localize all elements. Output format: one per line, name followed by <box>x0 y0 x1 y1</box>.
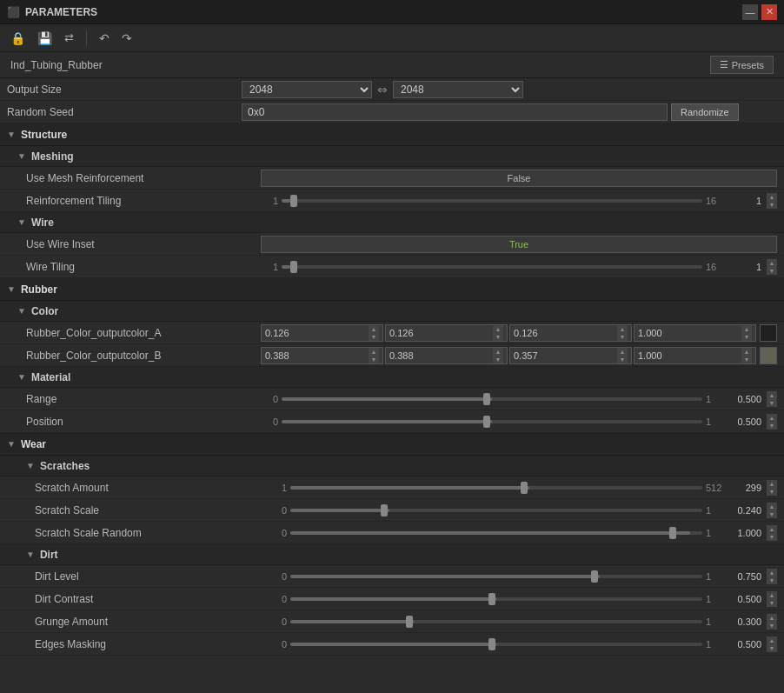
output-size-select-2[interactable]: 2048 4096 1024 512 <box>393 81 523 98</box>
scratch-scale-down[interactable]: ▼ <box>767 510 777 518</box>
grunge-amount-thumb[interactable] <box>406 616 413 628</box>
dirt-contrast-track[interactable] <box>290 597 702 601</box>
scratch-scale-random-slider-container: 0 1 1.000 ▲ ▼ <box>269 525 777 541</box>
dirt-level-track[interactable] <box>290 575 702 578</box>
subsection-meshing[interactable]: ▼ Meshing <box>0 146 784 167</box>
save-button[interactable]: 💾 <box>34 30 56 47</box>
link-button[interactable]: ⇄ <box>61 30 77 46</box>
output-size-select-1[interactable]: 2048 4096 1024 512 <box>242 81 372 98</box>
rubber-color-b-alpha-down[interactable]: ▼ <box>741 356 752 363</box>
close-button[interactable]: ✕ <box>761 4 777 20</box>
rubber-color-a-alpha[interactable]: 1.000 ▲ ▼ <box>634 324 756 342</box>
dirt-level-thumb[interactable] <box>591 570 598 583</box>
scratch-amount-thumb[interactable] <box>521 482 528 494</box>
app-icon: ⬛ <box>7 6 20 18</box>
reinforcement-tiling-track[interactable] <box>282 199 702 203</box>
rubber-color-b-alpha[interactable]: 1.000 ▲ ▼ <box>634 347 756 364</box>
rubber-color-a-g-up[interactable]: ▲ <box>493 325 503 333</box>
position-down[interactable]: ▼ <box>767 422 777 430</box>
position-up[interactable]: ▲ <box>767 414 777 422</box>
rubber-color-b-b[interactable]: 0.357 ▲ ▼ <box>509 347 632 364</box>
position-thumb[interactable] <box>483 416 490 428</box>
wire-tiling-up[interactable]: ▲ <box>767 259 777 267</box>
rubber-color-a-r-down[interactable]: ▼ <box>369 333 379 341</box>
reinforcement-tiling-up[interactable]: ▲ <box>767 193 777 201</box>
rubber-color-a-b-up[interactable]: ▲ <box>617 325 628 333</box>
presets-button[interactable]: ☰ Presets <box>710 56 774 74</box>
edges-masking-spin: ▲ ▼ <box>767 636 777 652</box>
lock-button[interactable]: 🔒 <box>7 30 29 47</box>
edges-masking-up[interactable]: ▲ <box>767 636 777 644</box>
scratch-scale-spin: ▲ ▼ <box>767 503 777 518</box>
rubber-color-a-g-down[interactable]: ▼ <box>493 333 503 341</box>
rubber-color-b-g-up[interactable]: ▲ <box>493 348 503 356</box>
edges-masking-track[interactable] <box>290 643 702 646</box>
rubber-color-b-b-up[interactable]: ▲ <box>617 348 628 356</box>
scratch-scale-track[interactable] <box>290 509 702 512</box>
rubber-color-b-g[interactable]: 0.388 ▲ ▼ <box>385 347 508 364</box>
section-rubber[interactable]: ▼ Rubber <box>0 278 784 301</box>
scratch-amount-down[interactable]: ▼ <box>767 488 777 496</box>
param-dirt-contrast: Dirt Contrast 0 1 0.500 ▲ ▼ <box>0 588 784 610</box>
scratch-scale-up[interactable]: ▲ <box>767 503 777 510</box>
rubber-color-a-alpha-up[interactable]: ▲ <box>741 325 752 333</box>
subsection-wire[interactable]: ▼ Wire <box>0 212 784 233</box>
rubber-color-a-r-up[interactable]: ▲ <box>369 325 379 333</box>
rubber-color-a-b[interactable]: 0.126 ▲ ▼ <box>509 324 632 342</box>
rubber-color-b-g-down[interactable]: ▼ <box>493 356 503 363</box>
scratch-amount-track[interactable] <box>290 486 702 490</box>
scratch-scale-thumb[interactable] <box>381 504 388 516</box>
undo-button[interactable]: ↶ <box>96 30 113 47</box>
rubber-color-a-g[interactable]: 0.126 ▲ ▼ <box>385 324 508 342</box>
use-mesh-reinforcement-toggle[interactable]: False <box>261 170 777 187</box>
use-wire-inset-toggle[interactable]: True <box>261 236 777 253</box>
range-track[interactable] <box>282 397 702 401</box>
randomize-button[interactable]: Randomize <box>671 103 739 121</box>
rubber-color-b-swatch[interactable] <box>760 347 777 364</box>
range-down[interactable]: ▼ <box>767 399 777 407</box>
edges-masking-thumb[interactable] <box>488 638 495 650</box>
reinforcement-tiling-down[interactable]: ▼ <box>767 201 777 209</box>
rubber-color-b-alpha-up[interactable]: ▲ <box>741 348 752 356</box>
redo-button[interactable]: ↷ <box>118 30 136 47</box>
grunge-amount-track[interactable] <box>290 620 702 623</box>
rubber-color-b-b-down[interactable]: ▼ <box>617 356 628 363</box>
wire-tiling-thumb[interactable] <box>290 261 297 273</box>
rubber-color-a-r[interactable]: 0.126 ▲ ▼ <box>261 324 383 342</box>
rubber-color-a-b-down[interactable]: ▼ <box>617 333 628 341</box>
subsection-scratches[interactable]: ▼ Scratches <box>0 456 784 476</box>
dirt-level-down[interactable]: ▼ <box>767 576 777 584</box>
rubber-color-b-r[interactable]: 0.388 ▲ ▼ <box>261 347 383 364</box>
dirt-level-up[interactable]: ▲ <box>767 569 777 576</box>
rubber-color-a-swatch[interactable] <box>760 324 777 342</box>
param-use-mesh-reinforcement-label: Use Mesh Reinforcement <box>26 172 261 184</box>
subsection-dirt[interactable]: ▼ Dirt <box>0 544 784 565</box>
grunge-amount-up[interactable]: ▲ <box>767 614 777 622</box>
wire-tiling-track[interactable] <box>282 265 702 269</box>
scratch-scale-fill <box>290 509 389 512</box>
grunge-amount-down[interactable]: ▼ <box>767 622 777 630</box>
rubber-color-b-r-up[interactable]: ▲ <box>369 348 379 356</box>
reinforcement-tiling-thumb[interactable] <box>290 195 297 207</box>
scratch-scale-random-thumb[interactable] <box>669 527 676 539</box>
rubber-color-a-alpha-down[interactable]: ▼ <box>741 333 752 341</box>
scratch-scale-random-down[interactable]: ▼ <box>767 533 777 541</box>
range-thumb[interactable] <box>483 393 490 405</box>
dirt-contrast-up[interactable]: ▲ <box>767 591 777 599</box>
random-seed-input[interactable] <box>242 103 668 121</box>
scratch-scale-random-up[interactable]: ▲ <box>767 525 777 533</box>
dirt-contrast-down[interactable]: ▼ <box>767 599 777 607</box>
minimize-button[interactable]: — <box>742 4 758 20</box>
scratch-scale-random-track[interactable] <box>290 531 702 535</box>
dirt-contrast-thumb[interactable] <box>488 593 495 605</box>
position-track[interactable] <box>282 420 702 423</box>
subsection-material[interactable]: ▼ Material <box>0 367 784 388</box>
section-wear[interactable]: ▼ Wear <box>0 433 784 456</box>
subsection-color[interactable]: ▼ Color <box>0 301 784 322</box>
section-structure[interactable]: ▼ Structure <box>0 123 784 146</box>
edges-masking-down[interactable]: ▼ <box>767 644 777 652</box>
rubber-color-b-r-down[interactable]: ▼ <box>369 356 379 363</box>
range-up[interactable]: ▲ <box>767 391 777 399</box>
scratch-amount-up[interactable]: ▲ <box>767 480 777 488</box>
wire-tiling-down[interactable]: ▼ <box>767 267 777 275</box>
